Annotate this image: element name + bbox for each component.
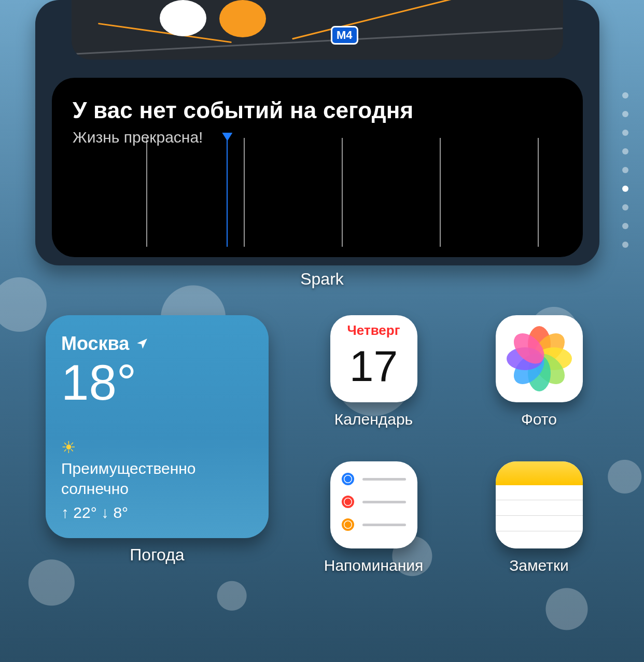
spark-widget-label: Spark: [0, 270, 644, 289]
weather-city: Москва: [61, 333, 253, 355]
calendar-weekday: Четверг: [347, 322, 400, 339]
weather-widget-label: Погода: [46, 545, 269, 565]
weather-temp: 18°: [61, 358, 253, 407]
widget-page-indicator[interactable]: [622, 92, 628, 248]
map-road-badge: M4: [331, 26, 358, 45]
location-arrow-icon: [135, 337, 149, 350]
calendar-label: Календарь: [334, 411, 413, 428]
page-dot[interactable]: [622, 186, 628, 192]
page-dot[interactable]: [622, 223, 628, 229]
photos-icon: [496, 315, 583, 402]
calendar-day-number: 17: [349, 341, 398, 391]
sun-icon: ☀︎: [61, 438, 253, 457]
calendar-app[interactable]: Четверг 17 Календарь: [314, 315, 433, 428]
reminders-icon: [330, 461, 417, 548]
weather-high-low: ↑ 22° ↓ 8°: [61, 504, 253, 522]
page-dot[interactable]: [622, 92, 628, 98]
page-dot[interactable]: [622, 204, 628, 210]
photos-app[interactable]: Фото: [480, 315, 598, 428]
page-dot[interactable]: [622, 148, 628, 154]
photos-label: Фото: [521, 411, 557, 428]
page-dot[interactable]: [622, 167, 628, 173]
spark-title: У вас нет событий на сегодня: [73, 97, 562, 123]
notes-icon: [496, 461, 583, 548]
spark-calendar-card[interactable]: У вас нет событий на сегодня Жизнь прекр…: [52, 78, 583, 257]
page-dot[interactable]: [622, 130, 628, 136]
spark-timeline: [73, 138, 562, 247]
calendar-icon: Четверг 17: [330, 315, 417, 402]
page-dot[interactable]: [622, 242, 628, 248]
spark-widget[interactable]: M4 У вас нет событий на сегодня Жизнь пр…: [35, 0, 599, 265]
weather-condition: Преимущественно солнечно: [61, 458, 253, 499]
page-dot[interactable]: [622, 111, 628, 117]
spark-map-preview: M4: [72, 0, 563, 60]
weather-widget[interactable]: Москва 18° ☀︎ Преимущественно солнечно ↑…: [46, 315, 269, 538]
